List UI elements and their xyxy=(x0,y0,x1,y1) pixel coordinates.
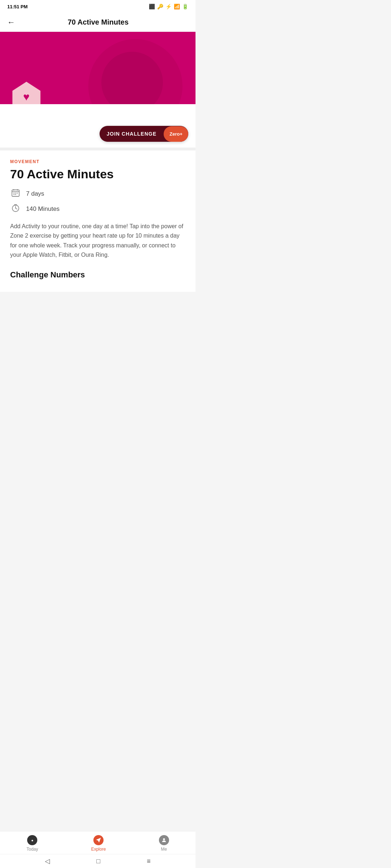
badge-heart-icon: ♥ xyxy=(23,92,30,102)
days-value: 7 days xyxy=(26,190,44,197)
hero-banner: ♥ 70M xyxy=(0,32,196,104)
key-icon: 🔑 xyxy=(157,4,163,9)
status-icons: ⬛ 🔑 ⚡ 📶 🔋 xyxy=(149,4,188,9)
join-area: JOIN CHALLENGE Zero+ xyxy=(0,104,196,148)
bluetooth-icon: ⚡ xyxy=(165,4,172,9)
join-button-badge: Zero+ xyxy=(164,126,188,142)
divider-1 xyxy=(0,148,196,150)
wifi-icon: 📶 xyxy=(174,4,180,9)
badge-shape: ♥ 70M xyxy=(10,82,43,104)
challenge-title: 70 Active Minutes xyxy=(10,167,185,181)
svg-rect-7 xyxy=(13,194,14,195)
page-title: 70 Active Minutes xyxy=(21,18,175,26)
join-challenge-button[interactable]: JOIN CHALLENGE Zero+ xyxy=(100,126,188,142)
back-button[interactable]: ← xyxy=(7,18,15,26)
challenge-badge: ♥ 70M xyxy=(10,82,43,104)
timer-icon xyxy=(10,204,21,214)
days-row: 7 days xyxy=(10,188,185,199)
svg-rect-4 xyxy=(13,193,14,193)
minutes-row: 140 Minutes xyxy=(10,204,185,214)
status-bar: 11:51 PM ⬛ 🔑 ⚡ 📶 🔋 xyxy=(0,0,196,13)
battery-icon: 🔋 xyxy=(182,4,188,9)
svg-rect-5 xyxy=(15,193,16,193)
category-label: MOVEMENT xyxy=(10,159,185,164)
minutes-value: 140 Minutes xyxy=(26,205,60,213)
challenge-numbers-title: Challenge Numbers xyxy=(10,270,185,280)
join-button-label: JOIN CHALLENGE xyxy=(100,126,164,142)
badge-label: 70M xyxy=(22,104,31,104)
svg-rect-6 xyxy=(17,193,18,193)
challenge-content: MOVEMENT 70 Active Minutes 7 days xyxy=(0,150,196,292)
header: ← 70 Active Minutes xyxy=(0,13,196,32)
calendar-icon xyxy=(10,188,21,199)
challenge-description: Add Activity to your routine, one day at… xyxy=(10,222,185,260)
svg-rect-8 xyxy=(15,194,16,195)
status-time: 11:51 PM xyxy=(7,4,28,9)
record-icon: ⬛ xyxy=(149,4,155,9)
